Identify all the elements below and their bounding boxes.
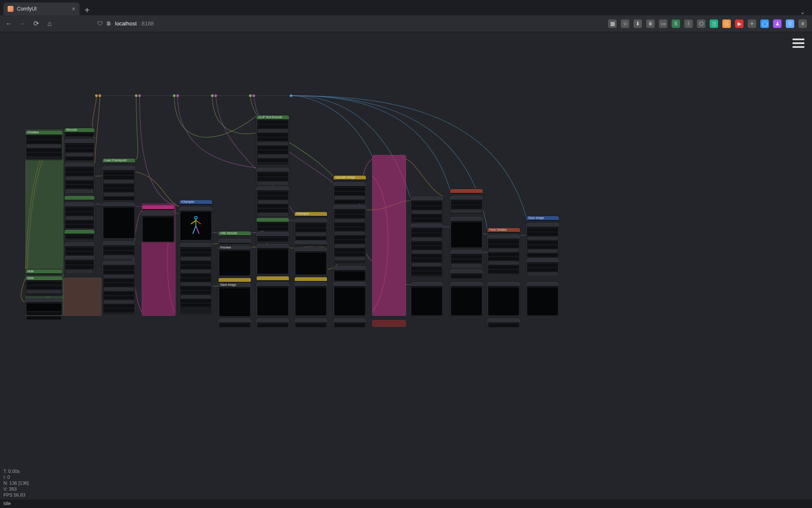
graph-node[interactable] [450,282,483,315]
forward-button[interactable]: → [19,20,26,28]
node-field[interactable] [258,138,288,141]
node-field[interactable] [527,272,558,276]
node-header[interactable]: Load Checkpoint [103,159,135,163]
graph-node[interactable] [450,269,483,279]
node-field[interactable] [258,227,288,231]
node-field[interactable] [335,324,365,327]
graph-node[interactable] [142,205,175,211]
node-field[interactable] [335,257,365,260]
node-field[interactable] [258,146,288,149]
node-header[interactable] [257,168,289,172]
node-field[interactable] [104,176,134,179]
node-field[interactable] [27,136,61,139]
graph-node[interactable] [256,186,289,216]
node-header[interactable] [527,223,559,227]
node-field[interactable] [411,254,442,258]
url-bar[interactable]: 🛡 🗎 localhost:8188 [97,20,154,27]
node-field[interactable] [258,121,288,124]
node-header[interactable] [295,282,327,287]
node-field[interactable] [335,248,365,252]
node-header[interactable] [65,256,94,260]
node-header[interactable] [219,278,251,282]
extension-icon[interactable]: ◯ [760,19,769,28]
graph-node[interactable] [218,318,251,327]
node-field[interactable] [411,237,442,241]
graph-node[interactable] [256,168,289,185]
graph-node[interactable] [450,217,483,248]
node-header[interactable] [450,270,483,274]
node-field[interactable] [335,223,365,226]
graph-node[interactable]: VAE Decode [218,231,251,237]
node-field[interactable] [527,241,558,244]
node-field[interactable] [411,229,442,232]
graph-node[interactable] [487,318,520,327]
node-field[interactable] [258,223,288,226]
extension-icon[interactable]: ✧ [748,19,756,28]
node-field[interactable] [104,255,134,259]
node-header[interactable] [334,282,366,287]
node-header[interactable] [411,197,443,201]
node-header[interactable] [257,276,289,281]
graph-node[interactable] [333,182,366,203]
graph-node[interactable] [64,256,95,273]
graph-node[interactable]: Load Checkpoint [102,158,135,164]
node-field[interactable] [27,282,61,285]
node-field[interactable] [181,248,211,252]
graph-node[interactable] [526,223,559,257]
node-header[interactable]: KSampler [180,200,212,204]
node-field[interactable] [488,261,519,265]
node-field[interactable] [66,225,93,228]
node-field[interactable] [411,271,442,275]
graph-node[interactable] [102,166,135,200]
node-header[interactable] [257,282,289,287]
node-field[interactable] [66,133,93,137]
node-header[interactable]: Reroute [65,128,94,133]
node-field[interactable] [527,232,558,236]
node-header[interactable] [65,163,94,167]
node-field[interactable] [258,196,288,199]
node-field[interactable] [411,263,442,266]
node-field[interactable] [411,233,442,237]
node-field[interactable] [411,267,442,271]
node-field[interactable] [104,193,134,196]
node-field[interactable] [27,290,61,293]
node-header[interactable] [103,166,135,171]
node-field[interactable] [27,316,61,320]
node-field[interactable] [335,200,365,204]
node-field[interactable] [104,197,134,200]
node-field[interactable] [335,192,365,195]
node-header[interactable] [65,243,94,247]
node-field[interactable] [181,278,211,282]
node-header[interactable] [295,219,327,223]
node-field[interactable] [411,246,442,249]
node-header[interactable] [334,205,366,210]
node-header[interactable] [450,217,483,221]
node-field[interactable] [27,144,61,148]
node-field[interactable] [27,312,61,315]
graph-node[interactable] [294,318,327,327]
node-field[interactable] [296,224,326,227]
node-header[interactable] [257,218,289,222]
node-field[interactable] [335,188,365,191]
node-field[interactable] [411,259,442,262]
node-field[interactable] [104,171,134,175]
node-header[interactable] [103,261,135,265]
node-header[interactable] [295,277,327,282]
node-field[interactable] [258,142,288,145]
node-field[interactable] [104,283,134,287]
node-field[interactable] [66,168,93,171]
node-field[interactable] [104,309,134,312]
node-field[interactable] [258,209,288,212]
node-header[interactable] [450,196,483,200]
menu-button[interactable] [793,36,804,50]
graph-node[interactable] [218,278,251,282]
node-field[interactable] [104,180,134,183]
node-field[interactable] [66,189,93,193]
node-field[interactable] [258,159,288,162]
extension-icon[interactable]: 0 [786,19,794,28]
graph-node[interactable] [333,318,366,327]
node-header[interactable] [65,203,94,207]
node-field[interactable] [411,206,442,210]
node-field[interactable] [181,304,211,307]
node-header[interactable] [334,266,366,271]
